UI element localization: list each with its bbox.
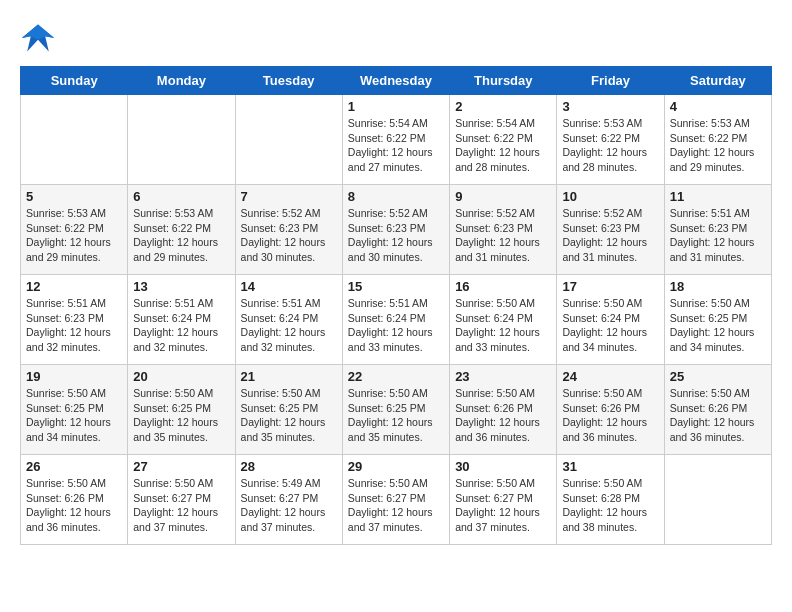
day-number: 25: [670, 369, 766, 384]
col-friday: Friday: [557, 67, 664, 95]
day-info: Sunrise: 5:50 AM Sunset: 6:24 PM Dayligh…: [455, 296, 551, 355]
table-row: [128, 95, 235, 185]
day-info: Sunrise: 5:52 AM Sunset: 6:23 PM Dayligh…: [455, 206, 551, 265]
table-row: 6Sunrise: 5:53 AM Sunset: 6:22 PM Daylig…: [128, 185, 235, 275]
table-row: 30Sunrise: 5:50 AM Sunset: 6:27 PM Dayli…: [450, 455, 557, 545]
day-info: Sunrise: 5:51 AM Sunset: 6:24 PM Dayligh…: [241, 296, 337, 355]
day-info: Sunrise: 5:50 AM Sunset: 6:25 PM Dayligh…: [670, 296, 766, 355]
page-header: [20, 20, 772, 56]
table-row: 13Sunrise: 5:51 AM Sunset: 6:24 PM Dayli…: [128, 275, 235, 365]
table-row: 22Sunrise: 5:50 AM Sunset: 6:25 PM Dayli…: [342, 365, 449, 455]
table-row: 7Sunrise: 5:52 AM Sunset: 6:23 PM Daylig…: [235, 185, 342, 275]
table-row: 8Sunrise: 5:52 AM Sunset: 6:23 PM Daylig…: [342, 185, 449, 275]
table-row: 11Sunrise: 5:51 AM Sunset: 6:23 PM Dayli…: [664, 185, 771, 275]
table-row: 2Sunrise: 5:54 AM Sunset: 6:22 PM Daylig…: [450, 95, 557, 185]
day-info: Sunrise: 5:52 AM Sunset: 6:23 PM Dayligh…: [241, 206, 337, 265]
table-row: 1Sunrise: 5:54 AM Sunset: 6:22 PM Daylig…: [342, 95, 449, 185]
day-number: 18: [670, 279, 766, 294]
table-row: 17Sunrise: 5:50 AM Sunset: 6:24 PM Dayli…: [557, 275, 664, 365]
day-info: Sunrise: 5:50 AM Sunset: 6:26 PM Dayligh…: [670, 386, 766, 445]
svg-marker-1: [22, 25, 54, 40]
day-number: 4: [670, 99, 766, 114]
calendar-week-row: 12Sunrise: 5:51 AM Sunset: 6:23 PM Dayli…: [21, 275, 772, 365]
day-number: 9: [455, 189, 551, 204]
col-thursday: Thursday: [450, 67, 557, 95]
day-number: 12: [26, 279, 122, 294]
table-row: 25Sunrise: 5:50 AM Sunset: 6:26 PM Dayli…: [664, 365, 771, 455]
day-number: 27: [133, 459, 229, 474]
day-number: 29: [348, 459, 444, 474]
day-info: Sunrise: 5:53 AM Sunset: 6:22 PM Dayligh…: [562, 116, 658, 175]
logo-bird-icon: [20, 20, 56, 56]
day-number: 19: [26, 369, 122, 384]
table-row: [235, 95, 342, 185]
day-number: 3: [562, 99, 658, 114]
day-info: Sunrise: 5:51 AM Sunset: 6:23 PM Dayligh…: [670, 206, 766, 265]
col-tuesday: Tuesday: [235, 67, 342, 95]
day-info: Sunrise: 5:54 AM Sunset: 6:22 PM Dayligh…: [348, 116, 444, 175]
day-info: Sunrise: 5:50 AM Sunset: 6:27 PM Dayligh…: [133, 476, 229, 535]
day-number: 1: [348, 99, 444, 114]
day-number: 8: [348, 189, 444, 204]
day-info: Sunrise: 5:49 AM Sunset: 6:27 PM Dayligh…: [241, 476, 337, 535]
day-info: Sunrise: 5:51 AM Sunset: 6:24 PM Dayligh…: [133, 296, 229, 355]
table-row: 3Sunrise: 5:53 AM Sunset: 6:22 PM Daylig…: [557, 95, 664, 185]
day-number: 5: [26, 189, 122, 204]
table-row: 5Sunrise: 5:53 AM Sunset: 6:22 PM Daylig…: [21, 185, 128, 275]
day-number: 26: [26, 459, 122, 474]
table-row: 12Sunrise: 5:51 AM Sunset: 6:23 PM Dayli…: [21, 275, 128, 365]
table-row: 21Sunrise: 5:50 AM Sunset: 6:25 PM Dayli…: [235, 365, 342, 455]
day-info: Sunrise: 5:51 AM Sunset: 6:24 PM Dayligh…: [348, 296, 444, 355]
day-info: Sunrise: 5:50 AM Sunset: 6:28 PM Dayligh…: [562, 476, 658, 535]
day-info: Sunrise: 5:50 AM Sunset: 6:25 PM Dayligh…: [133, 386, 229, 445]
day-number: 15: [348, 279, 444, 294]
table-row: 9Sunrise: 5:52 AM Sunset: 6:23 PM Daylig…: [450, 185, 557, 275]
table-row: [664, 455, 771, 545]
table-row: 28Sunrise: 5:49 AM Sunset: 6:27 PM Dayli…: [235, 455, 342, 545]
day-info: Sunrise: 5:50 AM Sunset: 6:27 PM Dayligh…: [455, 476, 551, 535]
day-number: 11: [670, 189, 766, 204]
calendar-header-row: Sunday Monday Tuesday Wednesday Thursday…: [21, 67, 772, 95]
day-number: 2: [455, 99, 551, 114]
day-number: 30: [455, 459, 551, 474]
table-row: 29Sunrise: 5:50 AM Sunset: 6:27 PM Dayli…: [342, 455, 449, 545]
col-sunday: Sunday: [21, 67, 128, 95]
day-info: Sunrise: 5:50 AM Sunset: 6:25 PM Dayligh…: [26, 386, 122, 445]
table-row: 16Sunrise: 5:50 AM Sunset: 6:24 PM Dayli…: [450, 275, 557, 365]
day-number: 22: [348, 369, 444, 384]
day-number: 20: [133, 369, 229, 384]
table-row: 15Sunrise: 5:51 AM Sunset: 6:24 PM Dayli…: [342, 275, 449, 365]
day-number: 28: [241, 459, 337, 474]
day-number: 24: [562, 369, 658, 384]
table-row: 23Sunrise: 5:50 AM Sunset: 6:26 PM Dayli…: [450, 365, 557, 455]
day-number: 14: [241, 279, 337, 294]
logo: [20, 20, 60, 56]
table-row: 14Sunrise: 5:51 AM Sunset: 6:24 PM Dayli…: [235, 275, 342, 365]
day-info: Sunrise: 5:50 AM Sunset: 6:25 PM Dayligh…: [241, 386, 337, 445]
day-info: Sunrise: 5:50 AM Sunset: 6:26 PM Dayligh…: [26, 476, 122, 535]
table-row: 10Sunrise: 5:52 AM Sunset: 6:23 PM Dayli…: [557, 185, 664, 275]
table-row: 26Sunrise: 5:50 AM Sunset: 6:26 PM Dayli…: [21, 455, 128, 545]
day-info: Sunrise: 5:52 AM Sunset: 6:23 PM Dayligh…: [562, 206, 658, 265]
table-row: 18Sunrise: 5:50 AM Sunset: 6:25 PM Dayli…: [664, 275, 771, 365]
day-number: 6: [133, 189, 229, 204]
day-number: 7: [241, 189, 337, 204]
day-info: Sunrise: 5:50 AM Sunset: 6:27 PM Dayligh…: [348, 476, 444, 535]
day-number: 10: [562, 189, 658, 204]
day-info: Sunrise: 5:53 AM Sunset: 6:22 PM Dayligh…: [670, 116, 766, 175]
table-row: 31Sunrise: 5:50 AM Sunset: 6:28 PM Dayli…: [557, 455, 664, 545]
table-row: [21, 95, 128, 185]
day-info: Sunrise: 5:51 AM Sunset: 6:23 PM Dayligh…: [26, 296, 122, 355]
col-saturday: Saturday: [664, 67, 771, 95]
day-info: Sunrise: 5:53 AM Sunset: 6:22 PM Dayligh…: [133, 206, 229, 265]
day-number: 23: [455, 369, 551, 384]
table-row: 27Sunrise: 5:50 AM Sunset: 6:27 PM Dayli…: [128, 455, 235, 545]
calendar-week-row: 1Sunrise: 5:54 AM Sunset: 6:22 PM Daylig…: [21, 95, 772, 185]
day-number: 16: [455, 279, 551, 294]
day-number: 13: [133, 279, 229, 294]
day-info: Sunrise: 5:50 AM Sunset: 6:25 PM Dayligh…: [348, 386, 444, 445]
day-info: Sunrise: 5:53 AM Sunset: 6:22 PM Dayligh…: [26, 206, 122, 265]
calendar-week-row: 19Sunrise: 5:50 AM Sunset: 6:25 PM Dayli…: [21, 365, 772, 455]
calendar-table: Sunday Monday Tuesday Wednesday Thursday…: [20, 66, 772, 545]
table-row: 4Sunrise: 5:53 AM Sunset: 6:22 PM Daylig…: [664, 95, 771, 185]
